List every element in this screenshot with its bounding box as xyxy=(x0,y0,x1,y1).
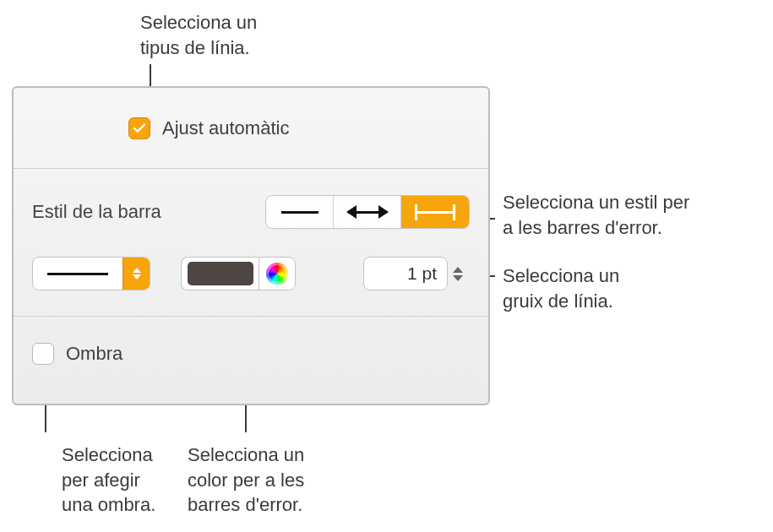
chevron-down-icon xyxy=(453,275,463,281)
arrow-line-icon xyxy=(348,211,387,214)
callout-color: Selecciona un color per a les barres d'e… xyxy=(188,442,304,518)
tee-line-icon xyxy=(415,211,455,214)
shadow-checkbox[interactable] xyxy=(32,343,54,365)
shadow-label: Ombra xyxy=(66,343,122,365)
bar-style-section: Estil de la barra xyxy=(14,169,488,317)
callout-bar-style: Selecciona un estil per a les barres d'e… xyxy=(503,190,689,240)
autofit-label: Ajust automàtic xyxy=(162,117,289,139)
chevron-up-icon xyxy=(453,267,463,273)
color-wheel-icon xyxy=(266,263,288,285)
callout-line-weight: Selecciona un gruix de línia. xyxy=(503,263,619,313)
bar-style-option-arrow[interactable] xyxy=(334,196,401,228)
line-weight-group: 1 pt xyxy=(363,257,470,290)
autofit-row: Ajust automàtic xyxy=(14,88,488,169)
line-weight-stepper[interactable] xyxy=(453,257,470,290)
line-color-group xyxy=(181,257,296,290)
callout-shadow: Selecciona per afegir una ombra. xyxy=(62,442,155,518)
color-wheel-button[interactable] xyxy=(259,257,296,290)
line-type-popup[interactable] xyxy=(32,257,150,290)
bar-style-title: Estil de la barra xyxy=(32,201,265,223)
line-type-preview xyxy=(33,273,122,275)
popup-handle-icon xyxy=(122,258,150,290)
bar-style-option-plain[interactable] xyxy=(266,196,334,228)
shadow-row: Ombra xyxy=(14,317,488,391)
checkmark-icon xyxy=(132,121,147,136)
line-color-well[interactable] xyxy=(181,257,259,290)
line-weight-field[interactable]: 1 pt xyxy=(363,257,448,290)
line-color-chip xyxy=(188,262,253,285)
autofit-checkbox[interactable] xyxy=(128,117,150,139)
bar-style-option-tee[interactable] xyxy=(401,196,469,228)
callout-line-type: Selecciona un tipus de línia. xyxy=(140,10,257,60)
bar-style-segmented[interactable] xyxy=(265,195,470,229)
inspector-panel: Ajust automàtic Estil de la barra xyxy=(12,86,490,405)
